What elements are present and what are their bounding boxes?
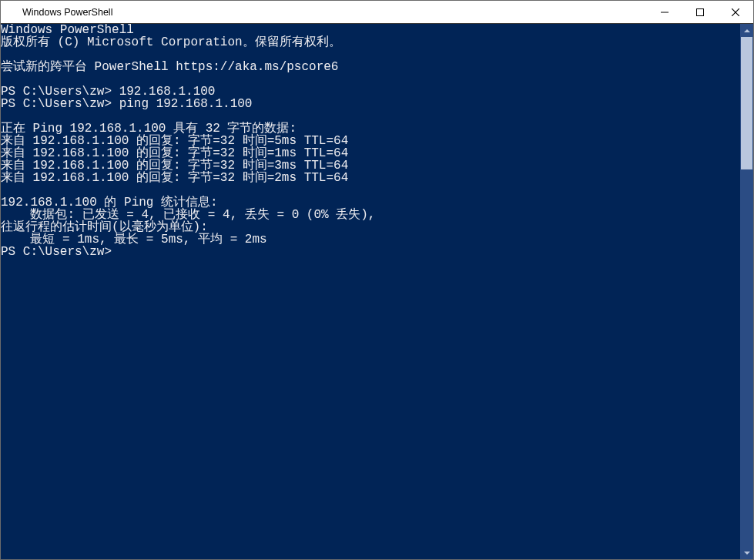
maximize-icon [696,8,704,16]
terminal-line: 最短 = 1ms, 最长 = 5ms, 平均 = 2ms [1,233,740,246]
close-button[interactable] [718,1,753,23]
terminal-line: 来自 192.168.1.100 的回复: 字节=32 时间=2ms TTL=6… [1,172,740,184]
terminal-line: PS C:\Users\zw> [1,246,740,258]
scroll-up-button[interactable] [740,24,753,37]
close-icon [732,8,739,16]
chevron-down-icon [744,550,750,556]
maximize-button[interactable] [682,1,718,23]
terminal-line: 来自 192.168.1.100 的回复: 字节=32 时间=5ms TTL=6… [1,135,740,147]
svg-marker-5 [744,552,750,555]
terminal-line [1,73,740,86]
svg-marker-4 [744,29,750,32]
terminal-line: 数据包: 已发送 = 4, 已接收 = 4, 丢失 = 0 (0% 丢失), [1,209,740,221]
terminal-line: PS C:\Users\zw> 192.168.1.100 [1,86,740,98]
client-area: Windows PowerShell版权所有 (C) Microsoft Cor… [1,24,753,559]
terminal-line [1,49,740,61]
terminal-line: 版权所有 (C) Microsoft Corporation。保留所有权利。 [1,36,740,49]
window-title: Windows PowerShell [22,7,112,18]
terminal-line: 尝试新的跨平台 PowerShell https://aka.ms/pscore… [1,61,740,73]
svg-rect-1 [697,8,704,15]
terminal-line [1,184,740,196]
terminal-line: 往返行程的估计时间(以毫秒为单位): [1,221,740,233]
terminal-line: 来自 192.168.1.100 的回复: 字节=32 时间=3ms TTL=6… [1,159,740,172]
chevron-up-icon [744,28,750,34]
terminal-output[interactable]: Windows PowerShell版权所有 (C) Microsoft Cor… [1,24,740,559]
terminal-line: 192.168.1.100 的 Ping 统计信息: [1,196,740,209]
scrollbar-thumb[interactable] [741,37,752,169]
powershell-icon: >_ [5,6,18,18]
terminal-line: 正在 Ping 192.168.1.100 具有 32 字节的数据: [1,122,740,135]
scrollbar-track[interactable] [740,37,753,546]
vertical-scrollbar[interactable] [740,24,753,559]
minimize-button[interactable] [647,1,682,23]
terminal-line: PS C:\Users\zw> ping 192.168.1.100 [1,98,740,110]
minimize-icon [661,8,669,16]
terminal-line [1,110,740,122]
scroll-down-button[interactable] [740,546,753,559]
terminal-line: 来自 192.168.1.100 的回复: 字节=32 时间=1ms TTL=6… [1,147,740,159]
powershell-window: >_ Windows PowerShell Windows PowerShell… [0,0,754,560]
titlebar[interactable]: >_ Windows PowerShell [1,1,753,24]
terminal-line: Windows PowerShell [1,24,740,36]
